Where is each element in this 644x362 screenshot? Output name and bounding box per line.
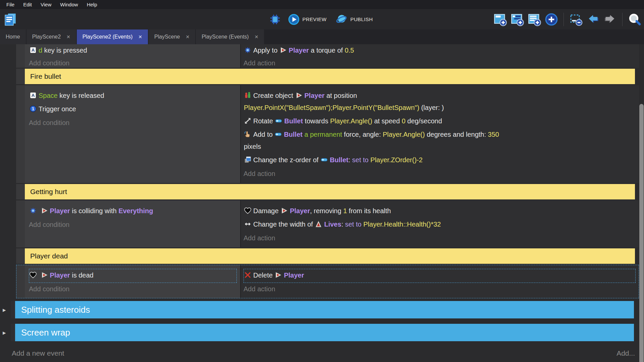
tab-playscene2[interactable]: PlayScene2✕	[26, 29, 76, 44]
tab-label: PlayScene2 (Events)	[83, 34, 132, 40]
collapse-arrow-icon[interactable]: ▸	[3, 329, 6, 337]
add-circle-button[interactable]	[545, 13, 558, 26]
force-icon	[244, 130, 252, 138]
conditions-box: Ad key is pressed	[29, 45, 237, 58]
tab-bar: HomePlayScene2✕PlayScene2 (Events)✕PlayS…	[0, 29, 644, 44]
remove-selection-icon	[569, 13, 583, 26]
publish-label: PUBLISH	[350, 16, 373, 22]
player-icon	[279, 46, 287, 54]
tab-home[interactable]: Home	[0, 29, 26, 44]
comment-text: Player dead	[30, 252, 68, 260]
menu-item-edit[interactable]: Edit	[19, 0, 36, 9]
actions-cell: Damage Player, removing 1 from its healt…	[241, 200, 639, 247]
svg-text:A: A	[32, 48, 35, 53]
condition-item[interactable]: Player is colliding with Everything	[29, 205, 236, 217]
event-row: Player is colliding with EverythingAdd c…	[16, 200, 639, 247]
menu-item-help[interactable]: Help	[83, 0, 102, 9]
add-condition-button[interactable]: Add condition	[29, 58, 237, 68]
condition-item[interactable]: Player is dead	[29, 269, 236, 281]
keyboard-icon: A	[29, 46, 37, 54]
tab-close-icon[interactable]: ✕	[66, 34, 70, 40]
group-header[interactable]: Splitting asteroids	[15, 301, 634, 318]
vertical-scrollbar-thumb[interactable]	[639, 104, 644, 362]
tab-playscene[interactable]: PlayScene✕	[149, 29, 195, 44]
action-line: Add to Bullet a permanent force, angle: …	[244, 128, 635, 140]
publish-button[interactable]: PUBLISH	[334, 13, 375, 25]
search-button[interactable]	[628, 13, 641, 26]
row-gutter	[16, 265, 25, 298]
action-item[interactable]: Change the width of Lives: set to Player…	[244, 218, 635, 230]
svg-text:1: 1	[32, 107, 34, 111]
add-action-button[interactable]: Add action	[244, 283, 636, 295]
conditions-box: ASpace key is released1Trigger once	[29, 89, 237, 117]
add-subevent-button[interactable]	[511, 13, 524, 26]
undo-button[interactable]	[586, 13, 600, 26]
redo-button[interactable]	[603, 13, 617, 26]
add-action-button[interactable]: Add action	[244, 58, 636, 68]
add-condition-button[interactable]: Add condition	[29, 283, 237, 295]
action-line: Create object Player at position	[244, 89, 635, 102]
project-manager-button[interactable]	[3, 12, 17, 26]
tab-label: PlayScene	[154, 34, 180, 40]
menu-item-window[interactable]: Window	[56, 0, 82, 9]
tab-close-icon[interactable]: ✕	[255, 34, 259, 40]
add-event-button[interactable]	[493, 13, 507, 26]
comment-row: Fire bullet	[16, 69, 635, 84]
collapse-arrow-icon[interactable]: ▸	[3, 306, 6, 314]
action-item[interactable]: Damage Player, removing 1 from its healt…	[244, 205, 635, 217]
comment-bar[interactable]: Fire bullet	[25, 69, 635, 84]
action-line: Change the width of Lives: set to Player…	[244, 218, 635, 230]
preview-button[interactable]: PREVIEW	[286, 13, 329, 25]
action-item[interactable]: Delete Player	[244, 269, 635, 281]
actions-cell: Apply to Player a torque of 0.5Add actio…	[241, 44, 639, 68]
condition-item[interactable]: 1Trigger once	[29, 103, 236, 115]
add-new-event-button[interactable]: Add a new event	[12, 349, 64, 357]
actions-cell: Create object Player at positionPlayer.P…	[241, 85, 639, 183]
event-row: Ad key is pressedAdd conditionApply to P…	[16, 44, 639, 68]
add-action-button[interactable]: Add action	[244, 168, 636, 180]
trigger-once-icon: 1	[29, 105, 37, 113]
add-subevent-icon	[511, 13, 524, 26]
heart-icon	[29, 271, 37, 279]
add-condition-button[interactable]: Add condition	[29, 117, 237, 129]
condition-line: ASpace key is released	[29, 89, 236, 102]
action-item[interactable]: Change the z-order of Bullet: set to Pla…	[244, 154, 635, 166]
tab-label: Home	[6, 34, 20, 40]
publish-globe-icon	[336, 14, 347, 25]
tab-close-icon[interactable]: ✕	[138, 34, 142, 40]
tab-playscene2-events-[interactable]: PlayScene2 (Events)✕	[77, 29, 148, 44]
group-label: Splitting asteroids	[21, 305, 90, 315]
menu-item-view[interactable]: View	[36, 0, 56, 9]
add-condition-button[interactable]: Add condition	[29, 219, 237, 231]
comment-bar[interactable]: Player dead	[25, 248, 635, 264]
action-item[interactable]: Apply to Player a torque of 0.5	[244, 45, 635, 56]
condition-item[interactable]: ASpace key is released	[29, 89, 236, 102]
row-gutter	[16, 44, 25, 68]
remove-selection-button[interactable]	[569, 13, 583, 26]
tab-close-icon[interactable]: ✕	[185, 34, 190, 40]
action-item[interactable]: Create object Player at positionPlayer.P…	[244, 89, 635, 114]
comment-row: Player dead	[16, 248, 635, 264]
action-item[interactable]: Add to Bullet a permanent force, angle: …	[244, 128, 635, 153]
group-header[interactable]: Screen wrap	[15, 324, 634, 341]
debug-button[interactable]	[269, 14, 281, 25]
add-comment-button[interactable]	[528, 13, 541, 26]
action-item[interactable]: Rotate Bullet towards Player.Angle() at …	[244, 115, 635, 127]
condition-line: Ad key is pressed	[29, 45, 236, 56]
toolbar: PREVIEW PUBLISH	[0, 9, 644, 29]
comment-bar[interactable]: Getting hurt	[25, 184, 635, 199]
condition-item[interactable]: Ad key is pressed	[29, 45, 236, 56]
bullet-icon	[320, 156, 328, 164]
tab-label: PlayScene2	[32, 34, 61, 40]
tab-playscene-events-[interactable]: PlayScene (Events)✕	[196, 29, 264, 44]
heart-icon	[244, 207, 252, 215]
add-action-button[interactable]: Add action	[244, 232, 636, 244]
group-label: Screen wrap	[21, 327, 70, 338]
menu-item-file[interactable]: File	[2, 0, 19, 9]
toolbar-separator	[622, 13, 623, 26]
svg-text:A: A	[32, 93, 35, 98]
add-more-button[interactable]: Add...	[616, 349, 635, 357]
row-gutter	[16, 184, 25, 199]
action-line: Change the z-order of Bullet: set to Pla…	[244, 154, 635, 166]
action-line: Delete Player	[244, 269, 635, 281]
